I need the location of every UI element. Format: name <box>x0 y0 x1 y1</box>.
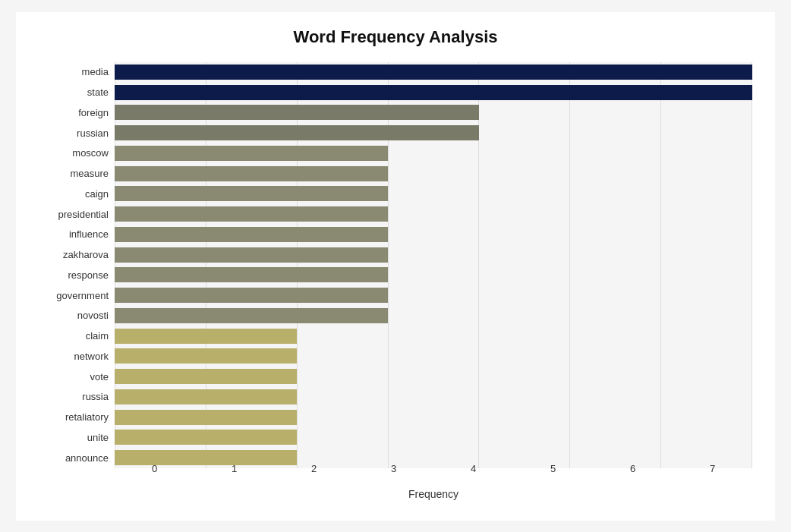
bar <box>115 267 388 282</box>
bar <box>115 186 388 201</box>
bar-row <box>115 429 752 445</box>
y-axis: mediastateforeignrussianmoscowmeasurecai… <box>39 62 115 468</box>
bar-row <box>115 226 752 243</box>
y-axis-label: retaliatory <box>65 408 109 427</box>
y-axis-label: network <box>74 347 109 365</box>
bar-row <box>115 266 752 283</box>
y-axis-label: zakharova <box>63 246 109 264</box>
bar <box>115 329 297 344</box>
y-axis-label: foreign <box>78 103 109 121</box>
bar <box>115 166 388 181</box>
y-axis-label: media <box>82 63 109 81</box>
bar <box>115 348 297 364</box>
bar <box>115 288 388 303</box>
bar-row <box>115 449 752 466</box>
y-axis-label: state <box>87 83 109 102</box>
bar <box>115 227 388 242</box>
bar-row <box>115 389 752 405</box>
y-axis-label: unite <box>87 428 109 446</box>
y-axis-label: novosti <box>77 307 109 325</box>
bar-row <box>115 64 752 80</box>
bar-row <box>115 104 752 121</box>
y-axis-label: caign <box>85 184 109 203</box>
bar-row <box>115 206 752 222</box>
y-axis-label: influence <box>69 225 109 244</box>
bar-row <box>115 368 752 385</box>
y-axis-label: vote <box>90 367 109 386</box>
bar <box>115 389 297 405</box>
y-axis-label: government <box>56 286 109 304</box>
y-axis-label: moscow <box>72 144 109 162</box>
bar-row <box>115 124 752 141</box>
bar <box>115 410 297 425</box>
y-axis-label: presidential <box>58 205 109 223</box>
bar <box>115 146 388 161</box>
bar <box>115 247 388 263</box>
x-axis-label: Frequency <box>115 488 752 500</box>
bar <box>115 308 388 323</box>
bar-row <box>115 185 752 202</box>
bar-row <box>115 328 752 345</box>
bar <box>115 65 752 80</box>
bar-row <box>115 145 752 162</box>
y-axis-label: measure <box>70 165 109 183</box>
bar <box>115 369 297 384</box>
y-axis-label: russian <box>77 124 109 142</box>
bar-row <box>115 287 752 304</box>
bar-row <box>115 307 752 324</box>
bar <box>115 206 388 222</box>
chart-container: Word Frequency Analysis mediastateforeig… <box>16 12 775 521</box>
bar-row <box>115 409 752 426</box>
chart-title: Word Frequency Analysis <box>39 27 752 47</box>
bar <box>115 85 752 100</box>
y-axis-label: claim <box>86 327 109 345</box>
bar <box>115 125 479 140</box>
bar <box>115 450 297 465</box>
y-axis-label: russia <box>82 388 109 406</box>
bar-row <box>115 247 752 263</box>
bar-row <box>115 84 752 101</box>
y-axis-label: announce <box>65 449 109 467</box>
bar <box>115 430 297 445</box>
y-axis-label: response <box>68 266 109 284</box>
bar-row <box>115 165 752 182</box>
bar-row <box>115 348 752 364</box>
bar <box>115 105 479 120</box>
